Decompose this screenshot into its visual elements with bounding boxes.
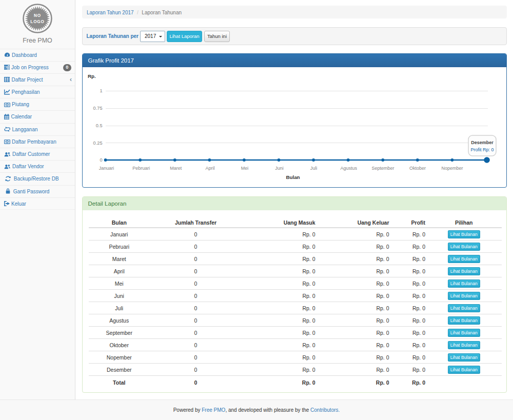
svg-text:1: 1 — [100, 88, 102, 93]
svg-text:Agustus: Agustus — [340, 166, 357, 171]
svg-text:NO: NO — [34, 13, 41, 18]
svg-text:Bulan: Bulan — [286, 174, 300, 180]
svg-text:Desember: Desember — [471, 140, 494, 145]
svg-text:Juni: Juni — [275, 166, 284, 171]
svg-text:April: April — [205, 166, 214, 171]
svg-text:Mei: Mei — [241, 166, 249, 171]
svg-text:Maret: Maret — [170, 166, 182, 171]
svg-text:0: 0 — [100, 157, 102, 163]
svg-text:Nopember: Nopember — [441, 166, 463, 171]
svg-text:0.25: 0.25 — [93, 141, 103, 146]
svg-text:LOGO: LOGO — [30, 19, 44, 24]
svg-text:0.75: 0.75 — [93, 106, 103, 111]
svg-text:Pebruari: Pebruari — [132, 166, 150, 171]
svg-text:Profit Rp: 0: Profit Rp: 0 — [470, 147, 494, 152]
svg-text:0.5: 0.5 — [96, 123, 103, 128]
svg-text:Oktober: Oktober — [409, 166, 426, 171]
svg-text:Januari: Januari — [99, 166, 114, 171]
svg-text:Juli: Juli — [310, 166, 318, 171]
svg-text:September: September — [371, 166, 394, 171]
